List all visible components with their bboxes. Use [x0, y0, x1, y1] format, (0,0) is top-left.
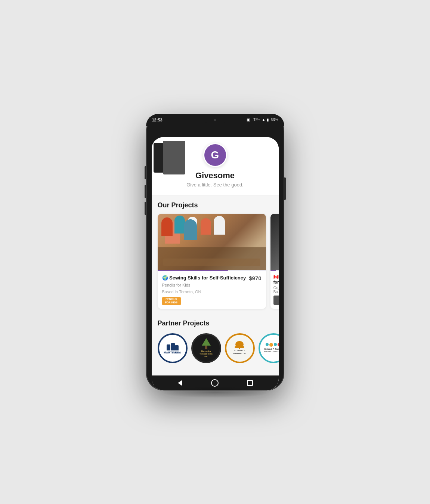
- recents-button[interactable]: [245, 378, 255, 388]
- org-logo: PENCILSFOR KIDS: [162, 297, 181, 305]
- status-bar: 12:53 ▣ LTE+ ▲ ▮ 63%: [146, 114, 284, 126]
- app-content[interactable]: G Givesome Give a little. See the good. …: [152, 137, 279, 375]
- partial-project-info: 🇨🇦 Safety B...for Auto Me... Organized K…: [270, 271, 279, 308]
- recents-icon: [247, 380, 253, 386]
- app-subtitle: Give a little. See the good.: [186, 182, 243, 188]
- network-icon: ▣: [247, 118, 250, 122]
- partner-logos-list[interactable]: MARTINREA MuskokaTimber: [152, 330, 279, 366]
- project-location: Based in Toronto, ON: [162, 290, 262, 294]
- partner-projects-section: Partner Projects MARTINREA: [152, 313, 279, 374]
- timber-label: MuskokaTimber MillsLtd.: [199, 350, 213, 358]
- partial-project-location: Ba...: [273, 290, 279, 294]
- partner-projects-title: Partner Projects: [152, 313, 279, 330]
- project-org: Pencils for Kids: [162, 283, 262, 287]
- home-icon: [211, 379, 219, 387]
- battery-label: 63%: [270, 118, 278, 122]
- camera-lens: [214, 119, 216, 121]
- project-image-safety: [270, 214, 279, 270]
- back-button[interactable]: [175, 378, 185, 388]
- signal-icon: ▲: [262, 118, 266, 122]
- our-projects-section: Our Projects: [152, 195, 279, 313]
- back-icon: [178, 380, 182, 386]
- projects-list[interactable]: 🌍 Sewing Skills for Self-Sufficiency $97…: [152, 212, 279, 313]
- partial-org-logo: [273, 296, 279, 305]
- phone-screen: G Givesome Give a little. See the good. …: [152, 137, 279, 390]
- our-projects-title: Our Projects: [152, 195, 279, 212]
- logo-letter: G: [211, 149, 219, 161]
- status-icons: ▣ LTE+ ▲ ▮ 63%: [247, 118, 278, 122]
- app-logo: G: [203, 143, 227, 167]
- extend-label: Extend-A-FamilyWATERLOO REGION: [264, 348, 279, 353]
- phone-frame: 12:53 ▣ LTE+ ▲ ▮ 63% G Giveso: [146, 114, 284, 390]
- partner-timber[interactable]: MuskokaTimber MillsLtd.: [191, 333, 221, 363]
- partial-project-org: Organized Ka...: [273, 286, 279, 290]
- globe-icon: 🌍: [162, 275, 168, 281]
- battery-icon: ▮: [267, 118, 269, 122]
- partial-project-name: 🇨🇦 Safety B...for Auto Me...: [273, 274, 279, 285]
- app-title: Givesome: [195, 171, 235, 180]
- network-label: LTE+: [251, 118, 260, 122]
- project-info-sewing: 🌍 Sewing Skills for Self-Sufficiency $97…: [158, 271, 266, 309]
- camera-notch: [204, 117, 226, 123]
- project-amount: $970: [249, 275, 261, 281]
- flag-icon: 🇨🇦: [273, 275, 279, 279]
- project-card-sewing[interactable]: 🌍 Sewing Skills for Self-Sufficiency $97…: [158, 214, 266, 309]
- extend-logo: Extend-A-FamilyWATERLOO REGION: [264, 343, 279, 353]
- partner-martinrea[interactable]: MARTINREA: [158, 333, 188, 363]
- cowbell-logo: COWBELLBREWING CO.: [233, 341, 246, 355]
- martinrea-label: MARTINREA: [164, 351, 181, 354]
- project-card-safety[interactable]: 🇨🇦 Safety B...for Auto Me... Organized K…: [270, 214, 279, 309]
- time-display: 12:53: [152, 118, 163, 122]
- partner-extend[interactable]: Extend-A-FamilyWATERLOO REGION: [259, 333, 279, 363]
- partner-cowbell[interactable]: COWBELLBREWING CO.: [225, 333, 255, 363]
- project-name: 🌍 Sewing Skills for Self-Sufficiency: [162, 275, 246, 281]
- martinrea-logo: MARTINREA: [164, 342, 181, 354]
- timber-logo: MuskokaTimber MillsLtd.: [199, 338, 213, 358]
- phone-shadow: [159, 387, 271, 398]
- cowbell-label: COWBELLBREWING CO.: [233, 349, 246, 355]
- project-image-sewing: [158, 214, 266, 270]
